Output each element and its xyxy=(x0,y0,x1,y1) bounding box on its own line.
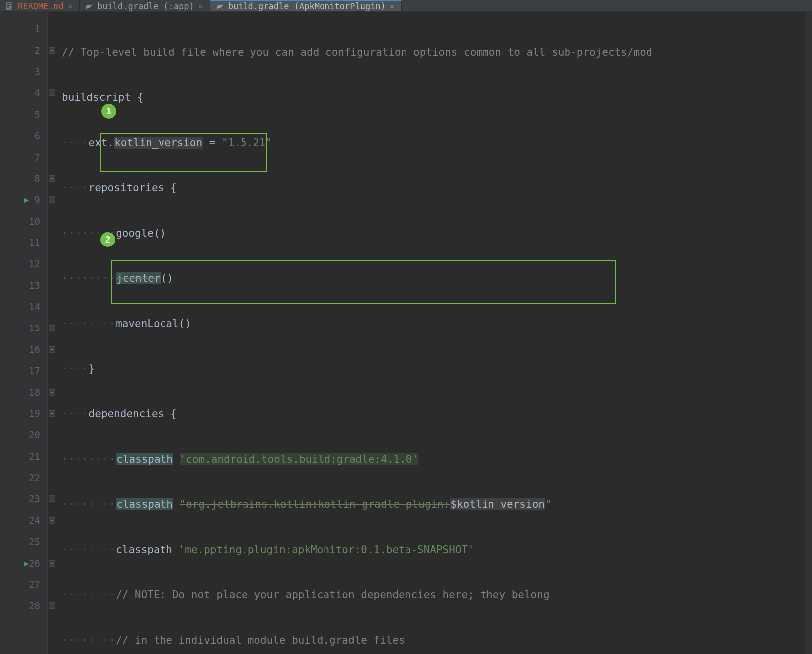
line-number[interactable]: 10 xyxy=(0,210,47,232)
line-number[interactable]: 7 xyxy=(0,146,47,167)
close-icon[interactable]: ✕ xyxy=(68,2,72,11)
overview-ruler[interactable] xyxy=(805,12,812,654)
tab-build-plugin[interactable]: build.gradle (ApkMonitorPlugin) ✕ xyxy=(210,0,402,11)
code-comment: // in the individual module build.gradle… xyxy=(116,634,405,646)
line-number[interactable]: 21 xyxy=(0,445,47,467)
gradle-icon xyxy=(215,2,224,11)
fold-icon[interactable]: − xyxy=(49,560,55,566)
code-text[interactable]: // Top-level build file where you can ad… xyxy=(59,12,805,654)
fold-icon[interactable]: − xyxy=(49,89,55,96)
run-icon[interactable]: ▶ xyxy=(24,195,29,205)
line-number[interactable]: 16 xyxy=(0,338,47,360)
run-icon[interactable]: ▶ xyxy=(24,558,29,568)
line-number[interactable]: 25 xyxy=(0,531,47,552)
code-token: dependencies xyxy=(89,408,164,420)
line-number[interactable]: 22 xyxy=(0,467,47,488)
code-token: buildscript xyxy=(62,91,131,103)
fold-icon[interactable]: − xyxy=(49,346,55,352)
fold-icon[interactable]: − xyxy=(49,517,55,523)
svg-rect-3 xyxy=(7,7,10,8)
svg-rect-2 xyxy=(7,5,11,6)
line-number[interactable]: 17 xyxy=(0,360,47,381)
line-number[interactable]: 8 xyxy=(0,167,47,189)
code-token: classpath xyxy=(116,498,173,510)
gradle-icon xyxy=(84,2,93,11)
line-number[interactable]: 1 xyxy=(0,18,47,39)
code-token: classpath xyxy=(116,453,173,465)
tab-label: build.gradle (ApkMonitorPlugin) xyxy=(228,1,386,11)
code-string: "1.5.21" xyxy=(222,137,272,149)
code-var: kotlin_version xyxy=(114,137,203,149)
line-number[interactable]: 15 xyxy=(0,317,47,338)
code-token: mavenLocal() xyxy=(116,318,191,329)
fold-column: − − − − − − − − − − − − xyxy=(48,12,59,654)
line-number[interactable]: 3 xyxy=(0,61,47,82)
code-token: repositories xyxy=(89,182,164,194)
line-number[interactable]: 4 xyxy=(0,82,47,103)
line-number[interactable]: 14 xyxy=(0,296,47,317)
fold-icon[interactable]: − xyxy=(49,47,55,53)
code-token: classpath xyxy=(116,544,172,556)
code-comment: // Top-level build file where you can ad… xyxy=(62,46,652,58)
line-number[interactable]: 13 xyxy=(0,274,47,296)
line-number[interactable]: 6 xyxy=(0,125,47,146)
code-deprecated: jcenter xyxy=(116,272,161,284)
editor-root: README.md ✕ build.gradle (:app) ✕ build.… xyxy=(0,0,812,654)
tab-label: README.md xyxy=(18,1,64,11)
fold-icon[interactable]: − xyxy=(49,410,55,416)
code-area: 1 2 3 4 5 6 7 8 ▶9 10 11 12 13 14 15 16 … xyxy=(0,12,812,654)
line-number[interactable]: 5 xyxy=(0,103,47,125)
line-number[interactable]: 19 xyxy=(0,403,47,424)
line-number[interactable]: 24 xyxy=(0,509,47,531)
tab-readme[interactable]: README.md ✕ xyxy=(0,0,80,11)
code-var: $kotlin_version xyxy=(450,498,545,510)
fold-icon[interactable]: − xyxy=(49,325,55,331)
svg-rect-1 xyxy=(7,3,11,4)
line-number[interactable]: 12 xyxy=(0,253,47,274)
code-string: 'me.ppting.plugin:apkMonitor:0.1.beta-SN… xyxy=(179,544,474,556)
fold-icon[interactable]: − xyxy=(49,389,55,395)
line-number[interactable]: ▶26 xyxy=(0,552,47,573)
code-token: ext. xyxy=(89,137,114,149)
gutter[interactable]: 1 2 3 4 5 6 7 8 ▶9 10 11 12 13 14 15 16 … xyxy=(0,12,48,654)
fold-icon[interactable]: − xyxy=(49,175,55,181)
code-string: 'com.android.tools.build:gradle:4.1.0' xyxy=(180,453,418,465)
line-number[interactable]: 20 xyxy=(0,424,47,445)
close-icon[interactable]: ✕ xyxy=(198,2,203,11)
code-token: = xyxy=(203,137,222,149)
code-string: "org.jetbrains.kotlin:kotlin-gradle-plug… xyxy=(180,498,450,510)
close-icon[interactable]: ✕ xyxy=(390,2,394,11)
fold-icon[interactable]: − xyxy=(49,602,55,609)
line-number[interactable]: ▶9 xyxy=(0,189,47,210)
fold-icon[interactable]: − xyxy=(49,196,55,203)
line-number[interactable]: 2 xyxy=(0,39,47,61)
brace: { xyxy=(137,91,144,103)
line-number[interactable]: 28 xyxy=(0,595,47,616)
line-number[interactable]: 18 xyxy=(0,381,47,403)
line-number[interactable]: 23 xyxy=(0,488,47,509)
code-comment: // NOTE: Do not place your application d… xyxy=(116,589,549,601)
line-number[interactable]: 11 xyxy=(0,232,47,253)
code-token: google() xyxy=(116,227,166,239)
tab-label: build.gradle (:app) xyxy=(97,1,194,11)
tab-build-app[interactable]: build.gradle (:app) ✕ xyxy=(80,0,210,11)
fold-icon[interactable]: − xyxy=(49,495,55,502)
tab-bar: README.md ✕ build.gradle (:app) ✕ build.… xyxy=(0,0,812,12)
line-number[interactable]: 27 xyxy=(0,573,47,595)
file-icon xyxy=(5,2,14,11)
